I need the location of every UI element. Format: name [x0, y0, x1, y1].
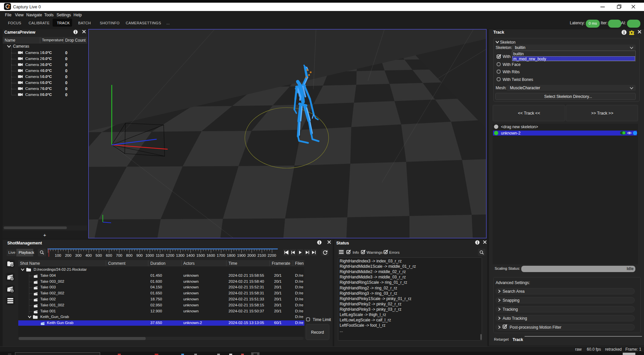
svg-text:700: 700	[116, 253, 122, 257]
svg-text:1400: 1400	[186, 253, 195, 257]
svg-text:900: 900	[136, 253, 143, 257]
svg-text:200: 200	[65, 253, 71, 257]
svg-text:1700: 1700	[217, 253, 226, 257]
svg-text:2200: 2200	[268, 253, 276, 257]
svg-text:1600: 1600	[207, 253, 215, 257]
svg-text:1500: 1500	[196, 253, 205, 257]
svg-text:300: 300	[75, 253, 81, 257]
svg-text:1200: 1200	[166, 253, 174, 257]
svg-text:800: 800	[126, 253, 132, 257]
svg-text:1800: 1800	[227, 253, 236, 257]
svg-text:2000: 2000	[247, 253, 256, 257]
svg-text:1000: 1000	[145, 253, 154, 257]
svg-text:100: 100	[55, 253, 61, 257]
svg-text:1300: 1300	[176, 253, 185, 257]
svg-text:1100: 1100	[156, 253, 164, 257]
svg-text:1900: 1900	[237, 253, 246, 257]
svg-text:400: 400	[85, 253, 92, 257]
svg-text:500: 500	[95, 253, 102, 257]
svg-text:2100: 2100	[257, 253, 266, 257]
svg-text:600: 600	[106, 253, 112, 257]
